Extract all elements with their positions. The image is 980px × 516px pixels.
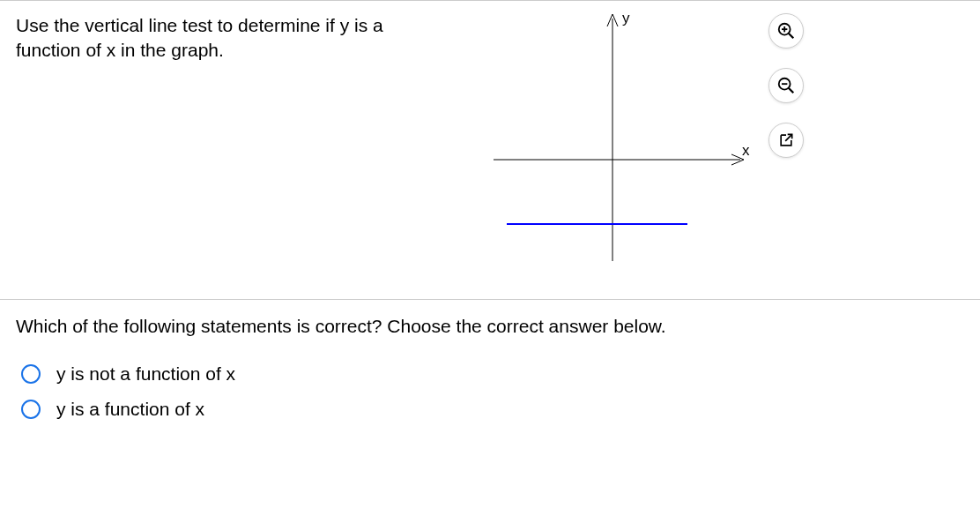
zoom-in-icon — [776, 21, 796, 41]
open-external-icon — [777, 131, 795, 149]
axis-label-y: y — [622, 10, 630, 27]
graph-tools — [768, 13, 804, 158]
svg-line-10 — [785, 134, 792, 141]
answer-prompt: Which of the following statements is cor… — [16, 316, 964, 337]
radio-option-1[interactable] — [21, 400, 41, 419]
open-external-button[interactable] — [768, 123, 804, 158]
radio-option-0[interactable] — [21, 364, 41, 384]
zoom-out-button[interactable] — [768, 68, 804, 103]
zoom-in-button[interactable] — [768, 13, 804, 49]
svg-line-4 — [789, 34, 794, 39]
option-0-label: y is not a function of x — [56, 363, 235, 385]
svg-line-8 — [789, 88, 794, 93]
answer-section: Which of the following statements is cor… — [0, 300, 980, 420]
option-1[interactable]: y is a function of x — [16, 399, 964, 420]
zoom-out-icon — [776, 76, 796, 95]
graph-svg — [476, 5, 758, 270]
question-text: Use the vertical line test to determine … — [16, 11, 421, 273]
axis-label-x: x — [742, 142, 750, 160]
question-panel: Use the vertical line test to determine … — [0, 0, 980, 300]
option-0[interactable]: y is not a function of x — [16, 363, 964, 385]
graph: y x — [476, 5, 758, 270]
option-1-label: y is a function of x — [56, 399, 204, 420]
